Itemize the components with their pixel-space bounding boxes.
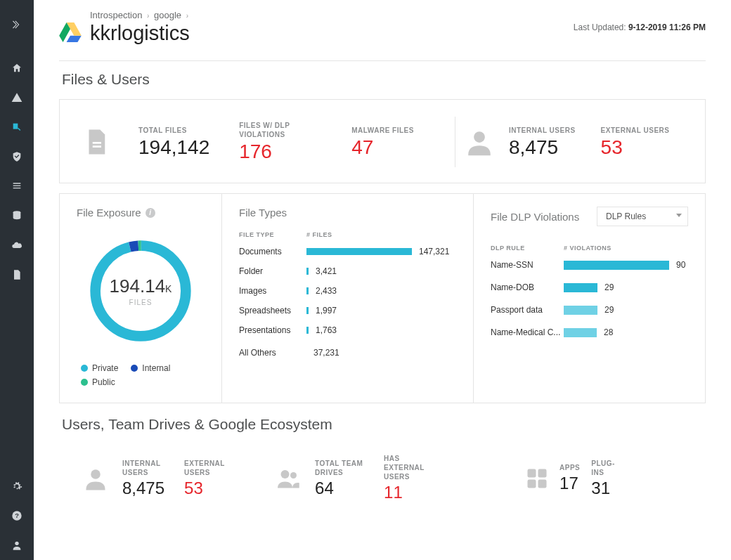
alert-icon[interactable] <box>10 91 24 105</box>
users-group-icon <box>271 462 305 495</box>
stat-external-users: EXTERNAL USERS 53 <box>588 126 683 159</box>
info-icon[interactable]: i <box>145 208 155 218</box>
stat2-plugins: PLUG-INS 31 <box>586 459 625 498</box>
stat2-has-external: HAS EXTERNAL USERS 11 <box>374 454 450 502</box>
breadcrumb[interactable]: Introspection › google › <box>90 10 190 20</box>
stat-malware: MALWARE FILES 47 <box>315 126 427 159</box>
dlp-title: File DLP Violations <box>491 211 579 223</box>
file-exposure-title: File Exposure i <box>77 207 205 219</box>
list-icon[interactable] <box>10 179 24 193</box>
dlp-row: Name-SSN90 <box>491 260 688 270</box>
dlp-row: Passport data29 <box>491 305 688 315</box>
dlp-row: Name-Medical C...28 <box>491 327 688 337</box>
database-icon[interactable] <box>10 209 24 223</box>
section-users-drives: Users, Team Drives & Google Ecosystem <box>62 416 706 433</box>
help-icon[interactable]: ? <box>10 509 24 523</box>
last-updated: Last Updated: 9-12-2019 11:26 PM <box>574 22 706 32</box>
svg-point-6 <box>474 131 485 143</box>
dlp-rules-select[interactable]: DLP Rules <box>597 207 688 226</box>
stat-dlp-violations: FILES W/ DLP VIOLATIONS 176 <box>226 121 315 163</box>
file-type-row: Spreadsheets1,997 <box>239 306 456 315</box>
svg-point-3 <box>15 542 18 545</box>
donut-legend: PrivateInternalPublic <box>81 363 205 387</box>
svg-point-11 <box>281 470 290 478</box>
svg-text:?: ? <box>15 512 19 519</box>
top-stats-card: TOTAL FILES 194,142 FILES W/ DLP VIOLATI… <box>59 99 706 183</box>
legend-item: Internal <box>131 363 170 373</box>
donut-chart: 194.14K FILES <box>81 231 200 351</box>
breadcrumb-1[interactable]: Introspection <box>90 10 142 20</box>
stat-total-files: TOTAL FILES 194,142 <box>113 126 226 159</box>
svg-rect-5 <box>93 145 101 148</box>
file-icon <box>79 125 113 159</box>
file-type-row: Folder3,421 <box>239 266 456 276</box>
legend-item: Public <box>81 377 115 387</box>
svg-rect-14 <box>538 469 547 477</box>
donut-value: 194.14K <box>110 275 172 297</box>
stat2-total-drives: TOTAL TEAM DRIVES 64 <box>305 459 374 498</box>
left-nav-rail: ? <box>0 0 34 560</box>
panel-row: File Exposure i 194.14K FILES PrivateInt… <box>59 193 706 403</box>
cloud-icon[interactable] <box>10 238 24 252</box>
file-type-row: All Others37,231 <box>239 348 456 358</box>
svg-rect-15 <box>528 479 536 488</box>
home-icon[interactable] <box>10 61 24 75</box>
file-type-row: Documents147,321 <box>239 247 456 256</box>
dlp-row: Name-DOB29 <box>491 282 688 292</box>
main-content: Introspection › google › kkrlogistics La… <box>34 0 731 560</box>
stat-internal-users: INTERNAL USERS 8,475 <box>496 126 588 159</box>
svg-point-10 <box>91 469 101 479</box>
stat2-apps: APPS 17 <box>554 463 586 493</box>
breadcrumb-2[interactable]: google <box>154 10 181 20</box>
apps-grid-icon <box>520 462 554 495</box>
user-icon[interactable] <box>10 538 24 552</box>
stat2-internal-users: INTERNAL USERS 8,475 <box>112 459 174 498</box>
expand-icon[interactable] <box>10 18 24 32</box>
stat2-external-users: EXTERNAL USERS 53 <box>174 459 236 498</box>
bottom-stats: INTERNAL USERS 8,475 EXTERNAL USERS 53 T… <box>59 444 706 502</box>
page-title: kkrlogistics <box>90 22 190 45</box>
introspection-icon[interactable] <box>10 120 24 134</box>
divider <box>59 60 706 61</box>
svg-rect-16 <box>538 479 547 488</box>
file-types-panel: File Types FILE TYPE# FILES Documents147… <box>221 194 473 403</box>
file-exposure-panel: File Exposure i 194.14K FILES PrivateInt… <box>60 194 221 403</box>
shield-icon[interactable] <box>10 150 24 164</box>
settings-icon[interactable] <box>10 479 24 493</box>
user-icon-2 <box>462 125 496 159</box>
google-drive-icon <box>59 22 82 45</box>
svg-rect-4 <box>93 142 101 144</box>
user-icon-3 <box>79 462 112 495</box>
file-type-row: Presentations1,763 <box>239 325 456 335</box>
legend-item: Private <box>81 363 118 373</box>
chevron-down-icon <box>676 214 682 217</box>
svg-rect-13 <box>528 469 536 477</box>
svg-point-12 <box>290 472 297 478</box>
file-types-title: File Types <box>239 207 456 219</box>
file-type-row: Images2,433 <box>239 286 456 296</box>
report-icon[interactable] <box>10 268 24 282</box>
section-files-users: Files & Users <box>62 71 706 88</box>
dlp-panel: File DLP Violations DLP Rules DLP RULE# … <box>473 194 705 403</box>
